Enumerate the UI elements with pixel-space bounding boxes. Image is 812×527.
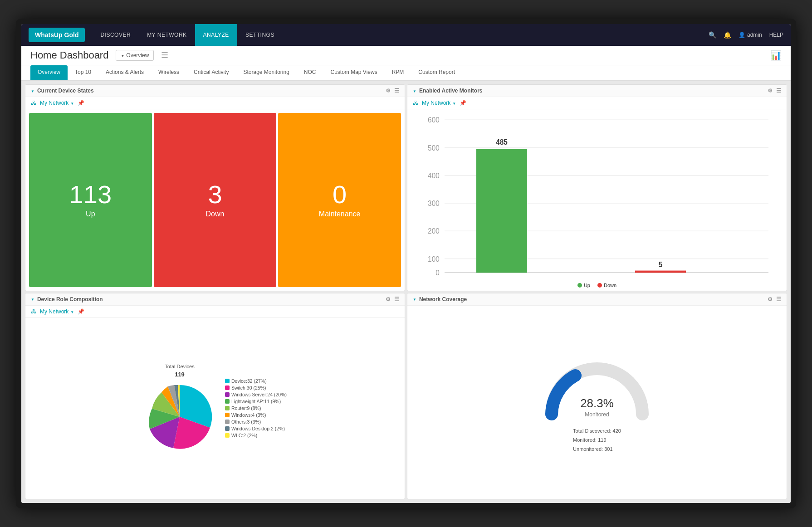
svg-text:0: 0 [435, 268, 440, 277]
tab-noc[interactable]: NOC [297, 65, 323, 80]
pin-icon[interactable]: 📌 [78, 100, 84, 106]
gauge-svg: 28.3% Monitored [538, 351, 656, 423]
my-network-badge[interactable]: My Network [422, 100, 456, 106]
chart-legend: Up Down [413, 280, 781, 291]
page-header: Home Dashboard Overview ☰ 📊 [21, 46, 791, 65]
gear-icon[interactable] [768, 296, 773, 303]
svg-text:Monitored: Monitored [585, 411, 609, 418]
panel-collapse-icon[interactable] [31, 297, 34, 302]
svg-text:600: 600 [428, 116, 440, 124]
legend-color [225, 420, 230, 424]
tab-critical-activity[interactable]: Critical Activity [186, 65, 236, 80]
search-icon[interactable] [709, 31, 716, 39]
legend-color [225, 379, 230, 383]
panel-header-controls [386, 296, 399, 303]
tab-top10[interactable]: Top 10 [68, 65, 98, 80]
network-chevron [70, 308, 74, 315]
legend-windows-server: Windows Server:24 (20%) [225, 392, 287, 397]
panel-device-states: Current Device States My Network 📌 [25, 84, 405, 291]
svg-rect-14 [476, 149, 527, 273]
nav-my-network[interactable]: MY NETWORK [139, 24, 195, 46]
tabs-bar: Overview Top 10 Actions & Alerts Wireles… [21, 65, 791, 81]
chevron-down-icon [121, 52, 124, 59]
legend-others: Others:3 (3%) [225, 419, 287, 425]
network-icon [31, 100, 36, 106]
tab-custom-map-views[interactable]: Custom Map Views [323, 65, 385, 80]
panel-active-monitors-subheader: My Network 📌 [407, 97, 787, 109]
network-chevron [452, 100, 456, 106]
gear-icon[interactable] [386, 296, 391, 303]
nav-settings[interactable]: SETTINGS [237, 24, 283, 46]
total-discovered-stat: Total Discovered: 420 [573, 427, 621, 436]
gauge-stats: Total Discovered: 420 Monitored: 119 Unm… [573, 427, 621, 454]
legend-color [225, 413, 230, 417]
network-chevron [70, 100, 74, 106]
panel-device-states-header: Current Device States [25, 85, 405, 97]
tab-storage-monitoring[interactable]: Storage Monitoring [236, 65, 296, 80]
legend-router: Router:9 (8%) [225, 405, 287, 411]
panel-device-role: Device Role Composition My Network 📌 [25, 293, 405, 500]
my-network-badge[interactable]: My Network [40, 308, 74, 315]
state-maintenance-label: Maintenance [319, 210, 361, 218]
svg-text:400: 400 [428, 171, 440, 180]
tab-actions-alerts[interactable]: Actions & Alerts [98, 65, 151, 80]
legend-dot-up [577, 283, 582, 288]
menu-icon[interactable] [776, 296, 781, 303]
state-up[interactable]: 113 Up [29, 113, 152, 287]
panel-collapse-icon[interactable] [31, 88, 34, 93]
my-network-badge[interactable]: My Network [40, 100, 74, 106]
network-icon [31, 308, 36, 315]
main-content: Current Device States My Network 📌 [21, 81, 791, 503]
panel-active-monitors: Enabled Active Monitors My Network 📌 [407, 84, 787, 291]
gear-icon[interactable] [386, 88, 391, 94]
menu-icon[interactable] [394, 88, 399, 94]
state-maintenance[interactable]: 0 Maintenance [278, 113, 401, 287]
panel-collapse-icon[interactable] [413, 297, 416, 302]
menu-icon[interactable] [776, 88, 781, 94]
legend-lightweight-ap: Lightweight AP:11 (9%) [225, 399, 287, 404]
pin-icon[interactable]: 📌 [460, 100, 466, 106]
monitored-count-stat: Monitored: 119 [573, 436, 621, 445]
legend-wlc: WLC:2 (2%) [225, 433, 287, 438]
legend-down: Down [597, 283, 616, 288]
state-down[interactable]: 3 Down [154, 113, 277, 287]
svg-text:300: 300 [428, 199, 440, 208]
svg-text:485: 485 [496, 138, 508, 146]
panel-header-controls [768, 88, 781, 94]
state-down-number: 3 [208, 182, 222, 207]
legend-windows: Windows:4 (3%) [225, 412, 287, 418]
user-icon [739, 32, 745, 38]
bar-chart-area: 600 500 400 300 200 100 0 485 5 [407, 109, 787, 291]
menu-dots[interactable]: ☰ [161, 50, 168, 60]
svg-text:28.3%: 28.3% [580, 396, 614, 410]
legend-color [225, 399, 230, 404]
bell-icon[interactable] [724, 31, 731, 39]
chart-icon[interactable]: 📊 [770, 50, 782, 60]
legend-color [225, 392, 230, 397]
tab-overview[interactable]: Overview [30, 65, 68, 80]
page-title: Home Dashboard [30, 49, 108, 61]
overview-button[interactable]: Overview [116, 50, 154, 61]
nav-discover[interactable]: DISCOVER [92, 24, 139, 46]
panel-collapse-icon[interactable] [413, 88, 416, 93]
pin-icon[interactable]: 📌 [78, 308, 84, 315]
nav-analyze[interactable]: ANALYZE [195, 24, 237, 46]
admin-menu[interactable]: admin [739, 32, 762, 38]
legend-dot-down [597, 283, 602, 288]
gear-icon[interactable] [768, 88, 773, 94]
panel-device-role-subheader: My Network 📌 [25, 306, 405, 318]
legend-color [225, 426, 230, 431]
menu-icon[interactable] [394, 296, 399, 303]
legend-switch: Switch:30 (25%) [225, 385, 287, 390]
help-link[interactable]: HELP [769, 32, 783, 38]
panel-network-coverage-header: Network Coverage [407, 293, 787, 306]
tab-custom-report[interactable]: Custom Report [411, 65, 462, 80]
page-header-right: 📊 [770, 50, 782, 61]
tab-wireless[interactable]: Wireless [151, 65, 186, 80]
pie-total: Total Devices 119 [165, 363, 194, 379]
pie-chart-area: Total Devices 119 [25, 318, 405, 499]
top-nav: WhatsUp Gold DISCOVER MY NETWORK ANALYZE… [21, 24, 791, 46]
tab-rpm[interactable]: RPM [385, 65, 411, 80]
app-logo[interactable]: WhatsUp Gold [29, 28, 85, 42]
svg-rect-16 [635, 271, 686, 273]
